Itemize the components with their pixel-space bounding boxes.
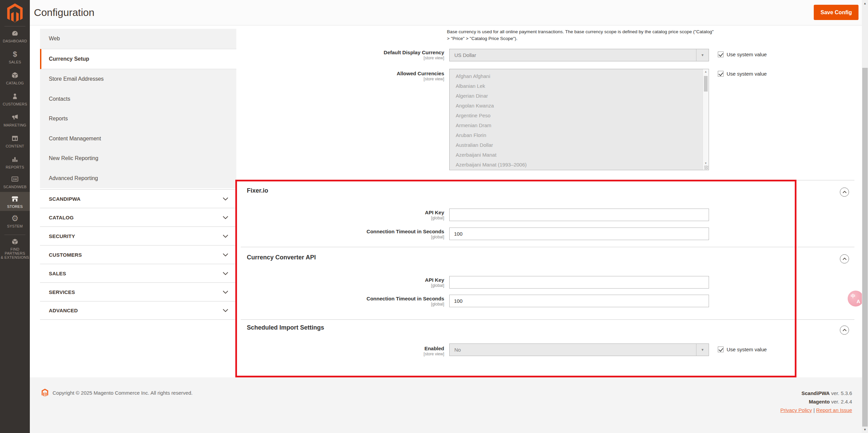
sidebar-item-label: CATALOG bbox=[6, 81, 24, 85]
sidebar-item-reports[interactable]: REPORTS bbox=[0, 155, 30, 169]
sidebar-item-label: CUSTOMERS bbox=[3, 102, 27, 106]
config-nav-item-web[interactable]: Web bbox=[40, 29, 236, 49]
sidebar-item-content[interactable]: CONTENT bbox=[0, 134, 30, 148]
collapse-scheduled-import-button[interactable] bbox=[840, 326, 849, 335]
scheduled-import-section-title: Scheduled Import Settings bbox=[247, 324, 324, 331]
resize-grip[interactable] bbox=[704, 165, 708, 170]
use-system-value-checkbox[interactable]: Use system value bbox=[718, 52, 767, 57]
scrollbar-thumb[interactable] bbox=[704, 76, 708, 92]
currency-option[interactable]: Armenian Dram bbox=[450, 120, 709, 130]
sidebar-item-system[interactable]: ⚙ SYSTEM bbox=[0, 214, 30, 228]
config-nav-item-contacts[interactable]: Contacts bbox=[40, 89, 236, 109]
currency-option[interactable]: Australian Dollar bbox=[450, 140, 709, 150]
converter-timeout-input[interactable] bbox=[449, 295, 709, 307]
fixer-section-title: Fixer.io bbox=[247, 187, 268, 194]
config-nav-item-currency-setup[interactable]: Currency Setup bbox=[40, 49, 236, 70]
admin-sidebar: DASHBOARD $ SALES CATALOG CUSTOMERS MARK… bbox=[0, 0, 30, 433]
fixer-timeout-input[interactable] bbox=[449, 228, 709, 240]
currency-option[interactable]: Angolan Kwanza bbox=[450, 101, 709, 111]
default-display-currency-select[interactable]: US Dollar ▼ bbox=[449, 49, 709, 61]
checkbox-label: Use system value bbox=[727, 52, 767, 57]
customers-icon bbox=[11, 92, 19, 100]
currency-option[interactable]: Algerian Dinar bbox=[450, 91, 709, 101]
fixer-api-key-input[interactable] bbox=[449, 209, 709, 221]
chevron-down-icon bbox=[223, 291, 228, 294]
currency-option[interactable]: Argentine Peso bbox=[450, 111, 709, 120]
checkbox-input[interactable] bbox=[718, 52, 724, 57]
config-section-customers[interactable]: CUSTOMERS bbox=[40, 245, 236, 264]
checkbox-label: Use system value bbox=[727, 71, 767, 77]
sidebar-item-sales[interactable]: $ SALES bbox=[0, 50, 30, 64]
scroll-down-icon[interactable]: ▼ bbox=[703, 162, 709, 165]
chevron-down-icon bbox=[223, 253, 228, 256]
use-system-value-checkbox[interactable]: Use system value bbox=[718, 71, 767, 77]
admin-footer: Copyright © 2025 Magento Commerce Inc. A… bbox=[30, 377, 868, 433]
config-nav-item-reports[interactable]: Reports bbox=[40, 109, 236, 129]
sidebar-item-scandiweb[interactable]: SCANDIWEB bbox=[0, 175, 30, 189]
config-nav-item-content-management[interactable]: Content Management bbox=[40, 129, 236, 149]
currency-option[interactable]: Aruban Florin bbox=[450, 130, 709, 140]
sidebar-item-label: MARKETING bbox=[3, 123, 26, 127]
chevron-down-icon bbox=[223, 309, 228, 312]
sidebar-item-stores[interactable]: STORES bbox=[0, 192, 30, 211]
allowed-currencies-multiselect[interactable]: Afghan Afghani Albanian Lek Algerian Din… bbox=[449, 69, 709, 170]
scroll-down-icon[interactable]: ▼ bbox=[862, 428, 868, 431]
magento-logo-icon[interactable] bbox=[5, 3, 24, 24]
currency-option[interactable]: Afghan Afghani bbox=[450, 71, 709, 81]
translate-badge[interactable]: 中 A bbox=[848, 291, 864, 307]
enabled-select[interactable]: No ▼ bbox=[449, 343, 709, 356]
privacy-policy-link[interactable]: Privacy Policy bbox=[780, 407, 812, 413]
sidebar-item-catalog[interactable]: CATALOG bbox=[0, 71, 30, 85]
config-nav-sections: SCANDIPWA CATALOG SECURITY CUSTOMERS SAL… bbox=[40, 189, 236, 320]
config-section-advanced[interactable]: ADVANCED bbox=[40, 301, 236, 320]
chevron-down-icon bbox=[223, 216, 228, 219]
converter-timeout-label: Connection Timeout in Seconds [global] bbox=[237, 296, 444, 307]
fixer-timeout-label: Connection Timeout in Seconds [global] bbox=[237, 229, 444, 240]
sidebar-divider bbox=[4, 26, 25, 26]
scrollbar-thumb[interactable] bbox=[862, 68, 868, 427]
chevron-up-icon bbox=[843, 329, 847, 331]
collapse-currency-converter-button[interactable] bbox=[840, 254, 849, 263]
currency-option[interactable]: Azerbaijani Manat bbox=[450, 150, 709, 160]
section-divider bbox=[241, 319, 854, 320]
config-section-services[interactable]: SERVICES bbox=[40, 282, 236, 301]
config-section-sales[interactable]: SALES bbox=[40, 264, 236, 282]
chevron-down-icon: ▼ bbox=[696, 344, 709, 356]
extensions-icon bbox=[11, 237, 19, 245]
section-label: SCANDIPWA bbox=[49, 196, 80, 202]
sidebar-item-label: SYSTEM bbox=[7, 224, 23, 228]
multiselect-scrollbar[interactable]: ▲ ▼ bbox=[703, 69, 709, 170]
section-label: ADVANCED bbox=[49, 308, 78, 313]
page-title: Configuration bbox=[34, 7, 94, 18]
report-an-issue-link[interactable]: Report an Issue bbox=[816, 407, 852, 413]
converter-api-key-input[interactable] bbox=[449, 276, 709, 289]
page-header: Configuration Save Config bbox=[30, 0, 862, 25]
checkbox-input[interactable] bbox=[718, 71, 724, 77]
sidebar-item-customers[interactable]: CUSTOMERS bbox=[0, 92, 30, 106]
config-nav-item-new-relic-reporting[interactable]: New Relic Reporting bbox=[40, 149, 236, 169]
chevron-down-icon bbox=[223, 197, 228, 200]
page-scrollbar[interactable]: ▲ ▼ bbox=[862, 0, 868, 433]
scroll-up-icon[interactable]: ▲ bbox=[703, 70, 709, 73]
sidebar-item-label: DASHBOARD bbox=[3, 39, 27, 43]
use-system-value-checkbox[interactable]: Use system value bbox=[718, 347, 767, 352]
catalog-icon bbox=[11, 71, 19, 79]
save-config-button[interactable]: Save Config bbox=[814, 5, 859, 20]
chevron-up-icon bbox=[843, 258, 847, 260]
config-nav-item-store-email-addresses[interactable]: Store Email Addresses bbox=[40, 69, 236, 89]
sidebar-item-dashboard[interactable]: DASHBOARD bbox=[0, 29, 30, 43]
currency-option[interactable]: Albanian Lek bbox=[450, 81, 709, 91]
scandiweb-icon bbox=[11, 175, 19, 183]
config-section-security[interactable]: SECURITY bbox=[40, 227, 236, 245]
config-section-catalog[interactable]: CATALOG bbox=[40, 208, 236, 227]
sidebar-item-marketing[interactable]: MARKETING bbox=[0, 113, 30, 127]
scroll-up-icon[interactable]: ▲ bbox=[862, 2, 868, 5]
currency-option[interactable]: Azerbaijani Manat (1993–2006) bbox=[450, 160, 709, 170]
magento-version: Magento ver. 2.4.4 bbox=[780, 397, 852, 406]
sidebar-item-find-partners[interactable]: FIND PARTNERS & EXTENSIONS bbox=[0, 237, 30, 259]
config-section-scandipwa[interactable]: SCANDIPWA bbox=[40, 189, 236, 208]
checkbox-input[interactable] bbox=[718, 347, 724, 352]
collapse-fixer-button[interactable] bbox=[840, 188, 849, 197]
config-nav-item-advanced-reporting[interactable]: Advanced Reporting bbox=[40, 169, 236, 189]
section-label: SERVICES bbox=[49, 289, 75, 295]
